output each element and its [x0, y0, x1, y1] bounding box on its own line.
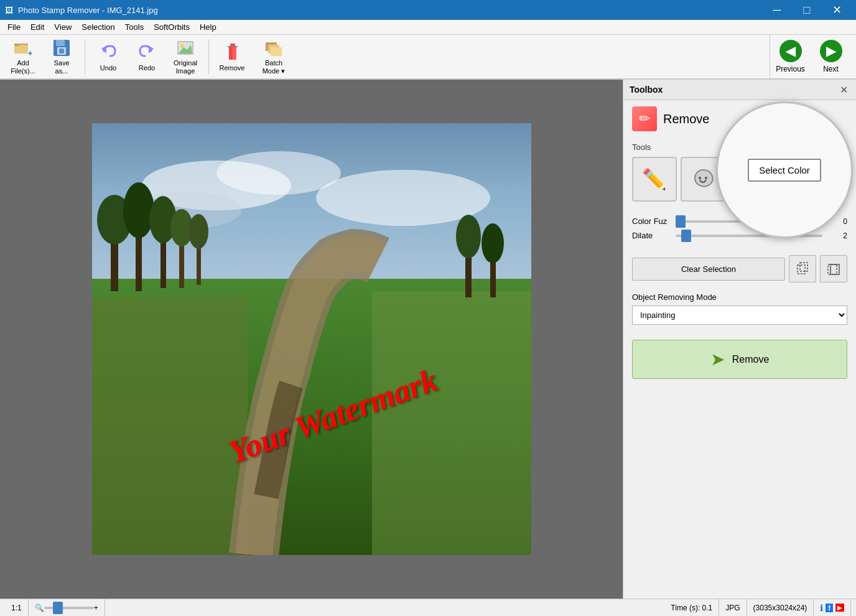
youtube-icon[interactable]: ▶ [835, 604, 844, 612]
status-bar: 1:1 🔍 + Time (s): 0.1 JPG (3035x3024x24)… [0, 599, 856, 616]
toolbox-title: Toolbox [630, 85, 663, 95]
original-image-label: OriginalImage [174, 59, 197, 75]
svg-rect-15 [228, 46, 238, 47]
menu-edit[interactable]: Edit [26, 21, 49, 33]
maximize-button[interactable]: □ [793, 0, 821, 20]
pencil-tool-button[interactable]: ✏️ [632, 157, 677, 202]
svg-marker-9 [149, 46, 154, 54]
toolbar-separator-1 [85, 39, 85, 74]
save-as-button[interactable]: Saveas... [44, 37, 80, 76]
add-files-button[interactable]: + AddFile(s)... [5, 37, 41, 76]
batch-mode-label: BatchMode ▾ [263, 59, 286, 75]
menu-view[interactable]: View [49, 21, 77, 33]
svg-rect-17 [229, 47, 233, 60]
main-content: Your Watermark Toolbox ✕ ✏ Remove Tools … [0, 80, 856, 599]
window-title: Photo Stamp Remover - IMG_2141.jpg [18, 6, 158, 15]
menu-file[interactable]: File [2, 21, 26, 33]
undo-button[interactable]: Undo [90, 37, 126, 76]
save-as-label: Saveas... [54, 59, 69, 75]
svg-rect-20 [271, 47, 282, 56]
previous-label: Previous [776, 65, 805, 73]
dilate-value: 2 [829, 231, 847, 240]
menu-bar: File Edit View Selection Tools SoftOrbit… [0, 20, 856, 35]
title-bar: 🖼 Photo Stamp Remover - IMG_2141.jpg ─ □… [0, 0, 856, 20]
svg-rect-57 [828, 264, 837, 274]
time-section: Time (s): 0.1 [664, 599, 719, 616]
remove-eraser-icon: ✏ [632, 106, 657, 131]
next-button[interactable]: ▶ Next [811, 34, 851, 79]
dilate-row: Dilate 2 [632, 231, 847, 240]
svg-point-42 [482, 223, 504, 263]
mode-select[interactable]: Inpainting Content-Aware Fill Texture Sy… [632, 306, 847, 325]
svg-rect-58 [830, 264, 839, 274]
clear-selection-button[interactable]: Clear Selection [632, 258, 785, 281]
svg-point-44 [705, 177, 707, 179]
format-label: JPG [719, 599, 747, 616]
toolbox-close-button[interactable]: ✕ [837, 83, 850, 96]
original-image-icon [174, 38, 197, 58]
app-icon: 🖼 [5, 6, 13, 15]
svg-rect-2 [14, 44, 19, 46]
batch-mode-icon [263, 38, 285, 58]
add-files-label: AddFile(s)... [11, 59, 35, 75]
menu-softorbits[interactable]: SoftOrbits [149, 21, 195, 33]
close-button[interactable]: ✕ [822, 0, 851, 20]
remove-label: Remove [220, 64, 245, 72]
paste-selection-button[interactable] [820, 255, 847, 282]
select-color-label: Select Color [748, 159, 821, 182]
svg-marker-8 [101, 46, 106, 54]
undo-label: Undo [100, 64, 116, 72]
svg-point-32 [123, 182, 154, 238]
zoom-slider-area: 🔍 + [29, 599, 105, 616]
batch-mode-button[interactable]: BatchMode ▾ [253, 37, 295, 76]
svg-rect-56 [800, 263, 807, 271]
svg-text:+: + [28, 49, 32, 57]
svg-point-43 [699, 177, 701, 179]
zoom-slider[interactable] [44, 607, 94, 609]
redo-button[interactable]: Redo [129, 37, 165, 76]
zoom-icon-out: 🔍 [35, 604, 44, 612]
svg-rect-27 [92, 297, 248, 555]
window-controls: ─ □ ✕ [763, 0, 851, 20]
remove-arrow-icon: ➤ [710, 349, 725, 370]
next-icon: ▶ [820, 40, 842, 62]
toolbar: + AddFile(s)... Saveas... Undo [0, 35, 856, 80]
menu-help[interactable]: Help [195, 21, 221, 33]
remove-action-button[interactable]: ➤ Remove [632, 340, 847, 379]
menu-tools[interactable]: Tools [120, 21, 149, 33]
svg-rect-14 [230, 44, 235, 46]
minimize-button[interactable]: ─ [763, 0, 791, 20]
facebook-icon[interactable]: f [826, 604, 833, 612]
magnifier-circle: Select Color [716, 101, 853, 238]
save-icon [50, 38, 73, 58]
zoom-icon-in: + [94, 604, 98, 612]
time-label: Time (s): [671, 604, 700, 612]
remove-button-label: Remove [732, 354, 770, 365]
mode-section: Object Removing Mode Inpainting Content-… [623, 287, 856, 330]
remove-tool-button[interactable]: Remove [214, 37, 250, 76]
image-canvas: Your Watermark [92, 123, 531, 555]
next-label: Next [823, 65, 839, 73]
dimensions-label: (3035x3024x24) [747, 599, 814, 616]
svg-point-40 [456, 215, 481, 258]
photo-display: Your Watermark [92, 123, 531, 555]
original-image-button[interactable]: OriginalImage [167, 37, 203, 76]
zoom-level: 1:1 [5, 599, 29, 616]
copy-selection-button[interactable] [789, 255, 816, 282]
toolbar-separator-2 [208, 39, 209, 74]
remove-title: Remove [663, 112, 709, 126]
undo-icon [97, 40, 119, 63]
previous-icon: ◀ [779, 40, 802, 62]
mode-label: Object Removing Mode [632, 292, 847, 302]
svg-rect-7 [59, 49, 64, 54]
status-social-icons: ℹ f ▶ [814, 599, 851, 616]
magnifier-inner: Select Color [748, 159, 821, 182]
svg-point-38 [188, 214, 208, 249]
color-fuz-label: Color Fuz [632, 217, 669, 226]
dilate-label: Dilate [632, 231, 669, 240]
info-icon[interactable]: ℹ [820, 603, 823, 613]
image-area[interactable]: Your Watermark [0, 80, 623, 599]
previous-button[interactable]: ◀ Previous [770, 34, 811, 79]
menu-selection[interactable]: Selection [77, 21, 119, 33]
add-files-icon: + [12, 38, 34, 58]
